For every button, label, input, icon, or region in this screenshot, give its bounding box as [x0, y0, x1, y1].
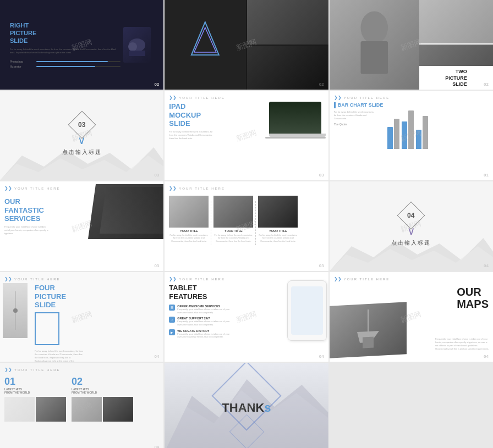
slide8-divider2	[255, 201, 256, 245]
slide-12: ❯❯ YOUR TITLE HERE OUR MAPS Frequently, …	[330, 272, 493, 362]
slide2-bot-right	[247, 46, 328, 90]
slide13-arrow: ❯❯	[4, 367, 12, 372]
slide-6: ❯❯ YOUR TITLE HERE BAR CHART SLIDE For f…	[330, 91, 493, 180]
slide13-label1: LATEST HITS FROM THE WORLD	[4, 388, 66, 394]
slide14-thanks-main: THANK	[222, 401, 264, 414]
slide3-right-panel: TWO PICTURE SLIDE	[419, 0, 493, 90]
slide3-label-area: TWO PICTURE SLIDE	[419, 67, 493, 90]
slide2-triangle-overlay	[165, 0, 246, 90]
slide13-label2: LATEST HITS FROM THE WORLD	[72, 388, 133, 394]
slide-1: RIGHT PICTURE SLIDE For far away, behind…	[0, 0, 163, 90]
slide10-cable-illustration	[7, 291, 24, 330]
slide4-subtitle: 点击输入标题	[62, 148, 102, 156]
bar-label-1: Photoshop	[10, 60, 35, 63]
slide12-maps-desc: Frequently, your initial face choice is …	[435, 338, 490, 351]
slide13-photo1-dark	[36, 397, 66, 422]
slide5-laptop	[269, 102, 326, 139]
slide8-photo2-desc: For far away, behind the word mountains,…	[213, 234, 253, 243]
svg-rect-6	[360, 41, 388, 74]
slide9-number: 04	[408, 212, 415, 219]
svg-point-12	[13, 308, 18, 313]
slide-10: ❯❯ YOUR TITLE HERE FOUR PICTURE SLIDE Fo…	[0, 272, 163, 362]
svg-point-1	[128, 42, 137, 51]
slide-3: TWO PICTURE SLIDE 02	[330, 0, 493, 90]
slide1-title: RIGHT PICTURE SLIDE	[10, 21, 120, 45]
slide-grid: RIGHT PICTURE SLIDE For far away, behind…	[0, 0, 493, 448]
slide-5: ❯❯ YOUR TITLE HERE IPAD MOCKUP SLIDE For…	[165, 91, 328, 180]
slide7-brush-area	[70, 181, 163, 271]
slide-7: ❯❯ YOUR TITLE HERE OUR FANTASTIC SERVICE…	[0, 181, 163, 271]
slide4-diamond: 03	[68, 111, 96, 139]
slide5-body: For far away, behind the word mountains,…	[169, 130, 213, 140]
slide5-laptop-screen	[269, 102, 321, 134]
slide8-photo1-label: YOUR TITLE	[180, 229, 198, 233]
slide11-feature-text-1: OFFER AWESOME SERVICES Frequently, your …	[177, 305, 232, 314]
slide6-arrow: ❯❯	[334, 95, 342, 100]
cloud-illustration	[126, 31, 148, 59]
slide8-photo-1: YOUR TITLE For far away, behind the word…	[169, 196, 209, 243]
slide13-title-row: ❯❯ YOUR TITLE HERE	[4, 367, 159, 372]
slide10-slide-title: FOUR PICTURE SLIDE	[35, 284, 159, 309]
slide5-your-title: YOUR TITLE HERE	[179, 96, 225, 99]
slide14-thanks-s: s	[264, 401, 271, 414]
slide8-title-row: ❯❯ YOUR TITLE HERE	[169, 186, 324, 191]
slide12-your-title: YOUR TITLE HERE	[344, 278, 390, 281]
slide11-feature-desc-1: Frequently, your initial face choice is …	[177, 308, 232, 314]
slide6-your-title: YOUR TITLE HERE	[344, 96, 390, 99]
slide1-body: For far away, behind the word mountains,…	[10, 48, 120, 54]
slide4-content: 03 ∨ 点击输入标题	[62, 115, 102, 156]
slide12-num: 04	[484, 354, 489, 359]
slide11-num: 04	[319, 354, 324, 359]
slide11-feature-text-3: WE CREATE HISTORY Frequently, your initi…	[177, 329, 232, 339]
slide14-thanks: THANKs	[222, 401, 271, 415]
slide10-num: 04	[154, 354, 159, 359]
slide12-ship-illustration	[330, 302, 407, 358]
slide8-photo1-img	[169, 196, 209, 228]
slide8-your-title: YOUR TITLE HERE	[179, 187, 225, 190]
slide9-num: 04	[484, 263, 489, 268]
slide4-num: 03	[154, 173, 159, 178]
slide13-photos1	[4, 397, 66, 422]
slide8-photo2-label: YOUR TITLE	[224, 229, 243, 233]
slide10-body: For far away, behind the word mountains,…	[35, 350, 84, 362]
bar-label-2: Illustrator	[10, 65, 35, 68]
slide10-rect-frame	[35, 312, 59, 345]
slide8-num: 03	[319, 263, 324, 268]
slide-14: THANKs	[165, 363, 328, 448]
slide8-photo3-img	[258, 196, 298, 228]
slide3-top-photo	[419, 0, 493, 43]
slide11-icon-2: ♪	[169, 317, 175, 323]
slide11-icon-1: ☰	[169, 305, 175, 311]
slide-4: 03 ∨ 点击输入标题 03	[0, 91, 163, 180]
slide9-diamond: 04	[397, 202, 425, 230]
slide9-subtitle: 点击输入标题	[391, 239, 431, 247]
slide-8: ❯❯ YOUR TITLE HERE YOUR TITLE For far aw…	[165, 181, 328, 271]
slide6-body: For far away, behind the word mountains,…	[334, 110, 375, 120]
slide7-arrow: ❯❯	[4, 186, 12, 191]
slide6-chart	[387, 102, 428, 152]
slide5-laptop-base	[265, 137, 326, 139]
slide11-tablet-screen	[291, 286, 323, 335]
slide12-maps-title: OUR MAPS	[457, 286, 489, 310]
slide5-num: 03	[319, 173, 324, 178]
slide4-number: 03	[78, 121, 85, 129]
slide6-quote: The Quote.	[334, 123, 384, 126]
slide13-num2: 02	[72, 376, 133, 388]
slide8-photos-row: YOUR TITLE For far away, behind the word…	[169, 196, 324, 245]
slide13-photo1-light	[4, 397, 35, 422]
slide13-your-title: YOUR TITLE HERE	[14, 368, 61, 372]
slide5-arrow: ❯❯	[169, 95, 177, 100]
slide8-photo-2: YOUR TITLE For far away, behind the word…	[213, 196, 253, 243]
slide5-title-row: ❯❯ YOUR TITLE HERE	[169, 95, 324, 100]
slide2-num: 02	[319, 82, 324, 87]
slide8-photo2-img	[213, 196, 253, 228]
slide1-num: 02	[154, 82, 159, 87]
slide13-col1: 01 LATEST HITS FROM THE WORLD	[4, 376, 66, 422]
slide11-icon-3: ▶	[169, 329, 175, 335]
svg-rect-2	[129, 51, 145, 56]
slide6-chart-title: BAR CHART SLIDE	[334, 102, 384, 108]
slide6-num: 01	[484, 173, 489, 178]
svg-rect-15	[363, 336, 374, 348]
slide7-desc: Frequently, your initial face choice is …	[4, 225, 48, 235]
slide11-feature-desc-3: Frequently, your initial face choice is …	[177, 333, 232, 339]
